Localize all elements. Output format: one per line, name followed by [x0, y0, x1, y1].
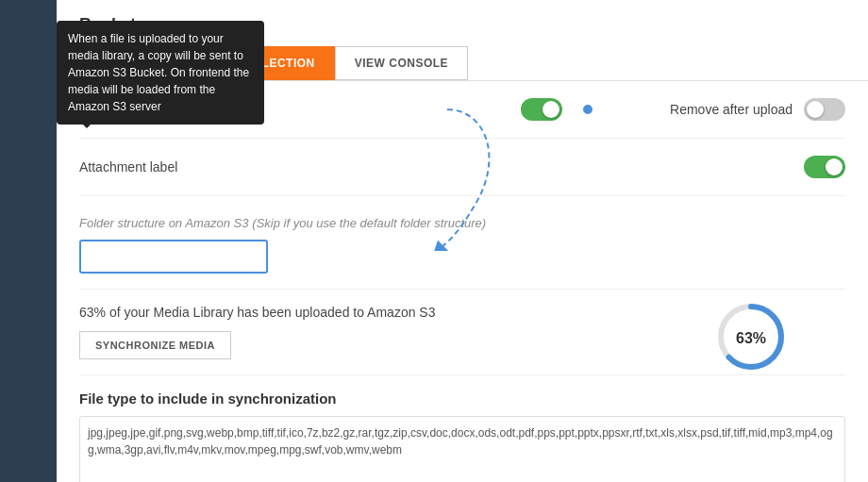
sections-wrapper: Copy to Amazon S3 Remove after upload: [79, 81, 845, 482]
copy-to-s3-toggle[interactable]: [521, 98, 562, 121]
tab-view-console[interactable]: View Console: [335, 46, 468, 80]
copy-to-s3-slider: [521, 98, 562, 121]
content-area: When a file is uploaded to your media li…: [57, 81, 868, 482]
tab-bucket-settings[interactable]: Bucket Settings And Selection: [79, 46, 335, 80]
filetype-title: File type to include in synchronization: [79, 391, 845, 407]
page-wrapper: Bucket Bucket Settings And Selection Vie…: [0, 0, 868, 482]
main-content: Bucket Bucket Settings And Selection Vie…: [57, 0, 868, 482]
progress-circle: 63%: [713, 299, 789, 377]
folder-structure-section: Folder structure on Amazon S3 (Skip if y…: [79, 196, 845, 290]
sidebar: [0, 0, 57, 482]
remove-after-upload-section: Remove after upload: [562, 98, 845, 121]
copy-to-s3-label: Copy to Amazon S3: [79, 102, 521, 117]
attachment-label-label: Attachment label: [79, 159, 804, 175]
attachment-label-toggle[interactable]: [804, 156, 845, 178]
remove-after-upload-toggle[interactable]: [804, 98, 845, 121]
folder-structure-input[interactable]: [79, 240, 268, 274]
dot-indicator: [583, 105, 593, 114]
tab-bar: Bucket Settings And Selection View Conso…: [79, 46, 845, 80]
copy-to-s3-row: Copy to Amazon S3 Remove after upload: [79, 81, 845, 139]
attachment-label-row: Attachment label: [79, 139, 845, 196]
page-header: Bucket Bucket Settings And Selection Vie…: [57, 0, 868, 81]
progress-percentage: 63%: [736, 330, 766, 347]
filetype-textarea[interactable]: jpg,jpeg,jpe,gif,png,svg,webp,bmp,tiff,t…: [79, 416, 845, 482]
folder-structure-label: Folder structure on Amazon S3 (Skip if y…: [79, 215, 845, 230]
page-title: Bucket: [79, 15, 845, 35]
remove-after-upload-label: Remove after upload: [670, 102, 793, 117]
attachment-label-slider: [804, 156, 845, 178]
filetype-section: File type to include in synchronization …: [79, 375, 845, 482]
remove-after-upload-slider: [804, 98, 845, 121]
sync-section: 63% of your Media Library has been uploa…: [79, 290, 845, 375]
synchronize-media-button[interactable]: SYNCHRONIZE MEDIA: [79, 331, 231, 359]
toggle-rows-wrapper: Copy to Amazon S3 Remove after upload: [79, 81, 845, 196]
